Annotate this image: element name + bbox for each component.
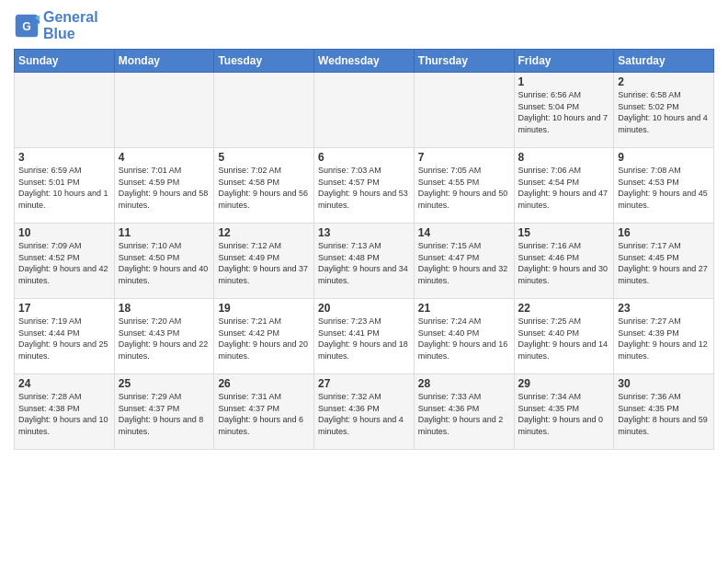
day-info: Sunrise: 7:21 AMSunset: 4:42 PMDaylight:… xyxy=(218,316,310,362)
day-info: Sunrise: 7:36 AMSunset: 4:35 PMDaylight:… xyxy=(618,391,710,437)
calendar-cell: 30Sunrise: 7:36 AMSunset: 4:35 PMDayligh… xyxy=(614,374,714,450)
day-number: 17 xyxy=(18,302,110,315)
calendar-cell: 8Sunrise: 7:06 AMSunset: 4:54 PMDaylight… xyxy=(514,148,614,224)
day-info: Sunrise: 7:27 AMSunset: 4:39 PMDaylight:… xyxy=(618,316,710,362)
day-info: Sunrise: 6:59 AMSunset: 5:01 PMDaylight:… xyxy=(18,165,110,211)
header: G General Blue xyxy=(14,9,714,41)
day-number: 7 xyxy=(418,151,510,164)
calendar-cell: 17Sunrise: 7:19 AMSunset: 4:44 PMDayligh… xyxy=(15,299,115,374)
logo-text: General xyxy=(43,9,98,26)
day-info: Sunrise: 7:34 AMSunset: 4:35 PMDaylight:… xyxy=(518,391,610,437)
calendar-cell: 26Sunrise: 7:31 AMSunset: 4:37 PMDayligh… xyxy=(214,374,314,450)
day-number: 16 xyxy=(618,226,710,239)
weekday-header-tuesday: Tuesday xyxy=(214,50,314,73)
calendar-cell: 24Sunrise: 7:28 AMSunset: 4:38 PMDayligh… xyxy=(15,374,115,450)
week-row-1: 3Sunrise: 6:59 AMSunset: 5:01 PMDaylight… xyxy=(15,148,714,224)
day-info: Sunrise: 7:31 AMSunset: 4:37 PMDaylight:… xyxy=(218,391,310,437)
calendar-cell: 13Sunrise: 7:13 AMSunset: 4:48 PMDayligh… xyxy=(314,224,415,299)
week-row-4: 24Sunrise: 7:28 AMSunset: 4:38 PMDayligh… xyxy=(15,374,714,450)
day-info: Sunrise: 7:33 AMSunset: 4:36 PMDaylight:… xyxy=(418,391,510,437)
day-info: Sunrise: 7:05 AMSunset: 4:55 PMDaylight:… xyxy=(418,165,510,211)
calendar-cell: 21Sunrise: 7:24 AMSunset: 4:40 PMDayligh… xyxy=(414,299,514,374)
day-number: 1 xyxy=(518,75,610,88)
day-number: 20 xyxy=(318,302,410,315)
day-number: 2 xyxy=(618,75,710,88)
day-info: Sunrise: 7:24 AMSunset: 4:40 PMDaylight:… xyxy=(418,316,510,362)
day-number: 21 xyxy=(418,302,510,315)
day-number: 3 xyxy=(18,151,110,164)
day-number: 9 xyxy=(618,151,710,164)
day-number: 28 xyxy=(418,377,510,390)
day-info: Sunrise: 7:09 AMSunset: 4:52 PMDaylight:… xyxy=(18,240,110,286)
calendar-cell: 10Sunrise: 7:09 AMSunset: 4:52 PMDayligh… xyxy=(15,224,115,299)
calendar-cell xyxy=(414,73,514,148)
calendar-cell: 2Sunrise: 6:58 AMSunset: 5:02 PMDaylight… xyxy=(614,73,714,148)
calendar-cell: 28Sunrise: 7:33 AMSunset: 4:36 PMDayligh… xyxy=(414,374,514,450)
calendar-cell: 16Sunrise: 7:17 AMSunset: 4:45 PMDayligh… xyxy=(614,224,714,299)
calendar-cell: 9Sunrise: 7:08 AMSunset: 4:53 PMDaylight… xyxy=(614,148,714,224)
day-info: Sunrise: 7:16 AMSunset: 4:46 PMDaylight:… xyxy=(518,240,610,286)
day-number: 10 xyxy=(18,226,110,239)
day-number: 19 xyxy=(218,302,310,315)
calendar-cell: 18Sunrise: 7:20 AMSunset: 4:43 PMDayligh… xyxy=(114,299,214,374)
calendar-container: G General Blue SundayMondayTuesdayWednes… xyxy=(0,0,728,454)
calendar-cell xyxy=(314,73,415,148)
calendar-cell: 4Sunrise: 7:01 AMSunset: 4:59 PMDaylight… xyxy=(114,148,214,224)
day-number: 29 xyxy=(518,377,610,390)
day-number: 15 xyxy=(518,226,610,239)
day-number: 6 xyxy=(318,151,410,164)
day-info: Sunrise: 7:06 AMSunset: 4:54 PMDaylight:… xyxy=(518,165,610,211)
weekday-header-monday: Monday xyxy=(114,50,214,73)
logo-icon: G xyxy=(14,13,40,39)
day-number: 22 xyxy=(518,302,610,315)
day-number: 11 xyxy=(119,226,210,239)
day-number: 14 xyxy=(418,226,510,239)
day-number: 24 xyxy=(18,377,110,390)
day-number: 18 xyxy=(119,302,210,315)
day-info: Sunrise: 7:08 AMSunset: 4:53 PMDaylight:… xyxy=(618,165,710,211)
calendar-cell: 6Sunrise: 7:03 AMSunset: 4:57 PMDaylight… xyxy=(314,148,415,224)
day-info: Sunrise: 7:02 AMSunset: 4:58 PMDaylight:… xyxy=(218,165,310,211)
calendar-cell: 11Sunrise: 7:10 AMSunset: 4:50 PMDayligh… xyxy=(114,224,214,299)
calendar-cell: 23Sunrise: 7:27 AMSunset: 4:39 PMDayligh… xyxy=(614,299,714,374)
calendar-cell: 5Sunrise: 7:02 AMSunset: 4:58 PMDaylight… xyxy=(214,148,314,224)
day-info: Sunrise: 7:32 AMSunset: 4:36 PMDaylight:… xyxy=(318,391,410,437)
day-number: 12 xyxy=(218,226,310,239)
day-info: Sunrise: 7:10 AMSunset: 4:50 PMDaylight:… xyxy=(119,240,210,286)
day-info: Sunrise: 6:58 AMSunset: 5:02 PMDaylight:… xyxy=(618,89,710,135)
weekday-header-saturday: Saturday xyxy=(614,50,714,73)
logo-blue: Blue xyxy=(43,26,98,42)
weekday-header-sunday: Sunday xyxy=(15,50,115,73)
weekday-header-friday: Friday xyxy=(514,50,614,73)
day-info: Sunrise: 6:56 AMSunset: 5:04 PMDaylight:… xyxy=(518,89,610,135)
day-info: Sunrise: 7:12 AMSunset: 4:49 PMDaylight:… xyxy=(218,240,310,286)
calendar-cell: 25Sunrise: 7:29 AMSunset: 4:37 PMDayligh… xyxy=(114,374,214,450)
day-info: Sunrise: 7:23 AMSunset: 4:41 PMDaylight:… xyxy=(318,316,410,362)
calendar-cell xyxy=(15,73,115,148)
day-number: 26 xyxy=(218,377,310,390)
day-info: Sunrise: 7:13 AMSunset: 4:48 PMDaylight:… xyxy=(318,240,410,286)
day-number: 5 xyxy=(218,151,310,164)
calendar-cell: 3Sunrise: 6:59 AMSunset: 5:01 PMDaylight… xyxy=(15,148,115,224)
calendar-cell: 7Sunrise: 7:05 AMSunset: 4:55 PMDaylight… xyxy=(414,148,514,224)
day-info: Sunrise: 7:03 AMSunset: 4:57 PMDaylight:… xyxy=(318,165,410,211)
week-row-3: 17Sunrise: 7:19 AMSunset: 4:44 PMDayligh… xyxy=(15,299,714,374)
calendar-cell xyxy=(114,73,214,148)
week-row-0: 1Sunrise: 6:56 AMSunset: 5:04 PMDaylight… xyxy=(15,73,714,148)
week-row-2: 10Sunrise: 7:09 AMSunset: 4:52 PMDayligh… xyxy=(15,224,714,299)
calendar-cell: 15Sunrise: 7:16 AMSunset: 4:46 PMDayligh… xyxy=(514,224,614,299)
weekday-header-row: SundayMondayTuesdayWednesdayThursdayFrid… xyxy=(15,50,714,73)
weekday-header-thursday: Thursday xyxy=(414,50,514,73)
day-number: 30 xyxy=(618,377,710,390)
calendar-cell: 20Sunrise: 7:23 AMSunset: 4:41 PMDayligh… xyxy=(314,299,415,374)
day-info: Sunrise: 7:29 AMSunset: 4:37 PMDaylight:… xyxy=(119,391,210,437)
day-info: Sunrise: 7:17 AMSunset: 4:45 PMDaylight:… xyxy=(618,240,710,286)
day-number: 25 xyxy=(119,377,210,390)
calendar-cell: 12Sunrise: 7:12 AMSunset: 4:49 PMDayligh… xyxy=(214,224,314,299)
day-info: Sunrise: 7:28 AMSunset: 4:38 PMDaylight:… xyxy=(18,391,110,437)
day-number: 13 xyxy=(318,226,410,239)
calendar-cell xyxy=(214,73,314,148)
calendar-cell: 14Sunrise: 7:15 AMSunset: 4:47 PMDayligh… xyxy=(414,224,514,299)
calendar-cell: 19Sunrise: 7:21 AMSunset: 4:42 PMDayligh… xyxy=(214,299,314,374)
day-info: Sunrise: 7:15 AMSunset: 4:47 PMDaylight:… xyxy=(418,240,510,286)
